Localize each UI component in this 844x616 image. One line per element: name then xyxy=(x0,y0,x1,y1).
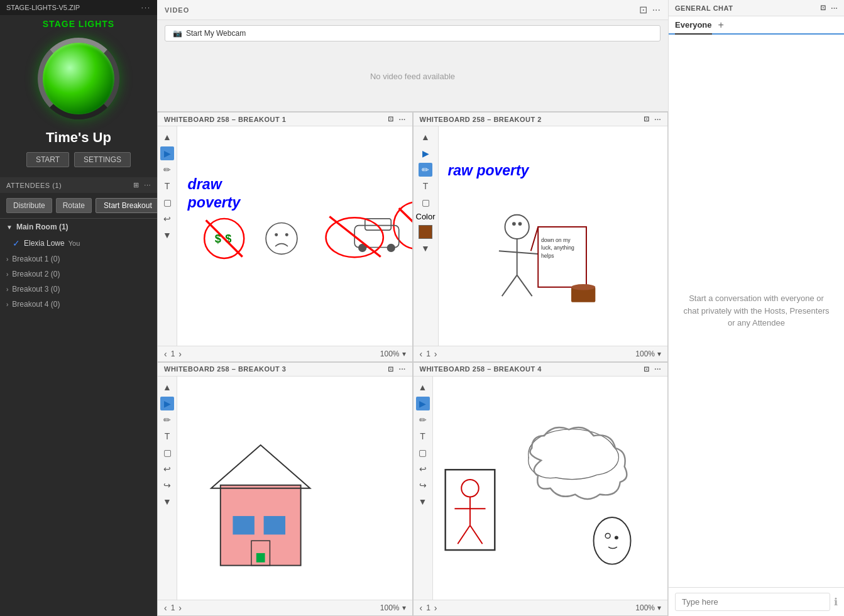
svg-text:draw: draw xyxy=(188,176,223,192)
wb2-zoom-dropdown-icon[interactable]: ▾ xyxy=(657,349,661,358)
wb2-color-swatch[interactable] xyxy=(419,225,432,239)
wb1-pen-tool[interactable]: ✏ xyxy=(160,163,174,177)
chat-menu-icon[interactable]: ··· xyxy=(831,4,838,12)
wb4-zoom-dropdown-icon[interactable]: ▾ xyxy=(657,603,661,612)
wb3-text-tool[interactable]: T xyxy=(160,429,174,443)
wb2-cursor-tool[interactable]: ▶ xyxy=(419,146,432,160)
wb3-scroll-down[interactable]: ▼ xyxy=(160,495,174,509)
wb2-menu-icon[interactable]: ··· xyxy=(654,116,661,123)
wb3-expand-icon[interactable]: ⊡ xyxy=(388,365,394,373)
wb4-zoom: 100% ▾ xyxy=(635,603,661,612)
svg-point-49 xyxy=(461,480,479,497)
wb2-text-tool[interactable]: T xyxy=(419,179,432,193)
green-light xyxy=(38,38,119,119)
start-button[interactable]: START xyxy=(26,152,69,167)
wb4-scroll-down[interactable]: ▼ xyxy=(416,495,430,509)
wb2-scroll-up[interactable]: ▲ xyxy=(419,130,432,144)
wb4-scroll-up[interactable]: ▲ xyxy=(416,380,430,394)
sidebar-title-bar: STAGE-LIGHTS-V5.ZIP ··· xyxy=(0,0,157,15)
chat-input[interactable] xyxy=(675,593,830,611)
wb4-canvas[interactable] xyxy=(433,377,668,600)
wb1-next-page[interactable]: › xyxy=(178,349,182,359)
wb2-title: WHITEBOARD 258 – BREAKOUT 2 xyxy=(420,116,542,123)
video-title: VIDEO xyxy=(165,6,189,14)
chat-info-icon[interactable]: ℹ xyxy=(834,596,838,608)
svg-text:luck, anything: luck, anything xyxy=(541,245,574,251)
wb4-expand-icon[interactable]: ⊡ xyxy=(644,365,650,373)
video-header: VIDEO ⊡ ··· xyxy=(157,0,668,20)
svg-point-35 xyxy=(571,284,595,290)
wb4-prev-page[interactable]: ‹ xyxy=(420,603,423,613)
breakout2-label: Breakout 2 (0) xyxy=(12,270,60,278)
breakout-row-2[interactable]: › Breakout 2 (0) xyxy=(0,267,157,282)
wb4-menu-icon[interactable]: ··· xyxy=(654,365,661,373)
wb3-zoom-dropdown-icon[interactable]: ▾ xyxy=(402,603,406,612)
wb3-menu-icon[interactable]: ··· xyxy=(399,365,406,373)
main-room-header[interactable]: ▼ Main Room (1) xyxy=(0,219,157,235)
whiteboard-panel-2: WHITEBOARD 258 – BREAKOUT 2 ⊡ ··· ▲ ▶ ✏ … xyxy=(413,112,669,362)
wb3-cursor-tool[interactable]: ▶ xyxy=(160,397,174,410)
wb4-rect-tool[interactable]: ▢ xyxy=(416,446,430,459)
breakout-row-1[interactable]: › Breakout 1 (0) xyxy=(0,251,157,267)
wb3-content: ▲ ▶ ✏ T ▢ ↩ ↪ ▼ xyxy=(158,377,412,600)
wb4-cursor-tool[interactable]: ▶ xyxy=(416,397,430,410)
wb1-undo-tool[interactable]: ↩ xyxy=(160,212,174,226)
wb3-next-page[interactable]: › xyxy=(178,603,182,613)
wb1-scroll-down[interactable]: ▼ xyxy=(160,228,174,242)
wb3-footer: ‹ 1 › 100% ▾ xyxy=(158,600,412,615)
sidebar-menu-icon[interactable]: ··· xyxy=(141,4,151,11)
chat-tab-everyone[interactable]: Everyone xyxy=(675,16,712,35)
wb2-scroll-down[interactable]: ▼ xyxy=(419,241,432,255)
wb4-redo-tool[interactable]: ↪ xyxy=(416,478,430,492)
breakout4-label: Breakout 4 (0) xyxy=(12,300,60,309)
start-breakout-button[interactable]: Start Breakout xyxy=(96,198,160,213)
video-menu-icon[interactable]: ··· xyxy=(652,4,660,16)
chat-expand-icon[interactable]: ⊡ xyxy=(820,4,826,12)
rotate-button[interactable]: Rotate xyxy=(56,198,92,213)
wb3-undo-tool[interactable]: ↩ xyxy=(160,462,174,476)
svg-marker-37 xyxy=(211,444,310,488)
video-expand-icon[interactable]: ⊡ xyxy=(639,4,647,16)
wb3-canvas[interactable] xyxy=(177,377,412,600)
wb1-zoom: 100% ▾ xyxy=(380,349,406,358)
wb1-menu-icon[interactable]: ··· xyxy=(399,116,406,123)
webcam-btn-label: Start My Webcam xyxy=(186,29,246,38)
wb4-text-tool[interactable]: T xyxy=(416,429,430,443)
wb3-redo-tool[interactable]: ↪ xyxy=(160,478,174,492)
wb3-pen-tool[interactable]: ✏ xyxy=(160,413,174,427)
wb1-scroll-up[interactable]: ▲ xyxy=(160,130,174,144)
wb1-prev-page[interactable]: ‹ xyxy=(164,349,167,359)
distribute-button[interactable]: Distribute xyxy=(6,198,52,213)
wb1-cursor-tool[interactable]: ▶ xyxy=(160,146,174,160)
svg-line-28 xyxy=(517,275,532,297)
wb2-pen-tool[interactable]: ✏ xyxy=(419,163,432,177)
wb2-rect-tool[interactable]: ▢ xyxy=(419,195,432,209)
wb1-canvas[interactable]: draw poverty $ $ xyxy=(177,126,412,346)
wb2-canvas[interactable]: raw poverty down on my luck, anything xyxy=(439,126,667,346)
wb1-rect-tool[interactable]: ▢ xyxy=(160,195,174,209)
green-light-container xyxy=(0,31,157,129)
wb1-expand-icon[interactable]: ⊡ xyxy=(388,115,394,123)
wb2-prev-page[interactable]: ‹ xyxy=(420,349,423,359)
wb1-title: WHITEBOARD 258 – BREAKOUT 1 xyxy=(164,116,286,123)
wb2-next-page[interactable]: › xyxy=(434,349,437,359)
svg-point-6 xyxy=(266,223,297,255)
wb3-prev-page[interactable]: ‹ xyxy=(164,603,167,613)
wb3-rect-tool[interactable]: ▢ xyxy=(160,446,174,459)
breakout-row-4[interactable]: › Breakout 4 (0) xyxy=(0,297,157,312)
attendees-grid-icon[interactable]: ⊞ xyxy=(133,181,140,189)
wb4-pen-tool[interactable]: ✏ xyxy=(416,413,430,427)
wb2-expand-icon[interactable]: ⊡ xyxy=(644,115,650,123)
attendees-menu-icon[interactable]: ··· xyxy=(144,181,151,189)
wb1-zoom-dropdown-icon[interactable]: ▾ xyxy=(402,349,406,358)
start-webcam-button[interactable]: 📷 Start My Webcam xyxy=(165,25,660,41)
wb4-next-page[interactable]: › xyxy=(434,603,437,613)
breakout-row-3[interactable]: › Breakout 3 (0) xyxy=(0,282,157,297)
wb1-text-tool[interactable]: T xyxy=(160,179,174,193)
wb4-undo-tool[interactable]: ↩ xyxy=(416,462,430,476)
settings-button[interactable]: SETTINGS xyxy=(74,152,131,167)
wb2-tools: ▲ ▶ ✏ T ▢ Color ▼ xyxy=(414,126,439,346)
wb3-scroll-up[interactable]: ▲ xyxy=(160,380,174,394)
chat-input-area: ℹ xyxy=(669,587,844,616)
chat-tab-add[interactable]: + xyxy=(718,19,724,31)
